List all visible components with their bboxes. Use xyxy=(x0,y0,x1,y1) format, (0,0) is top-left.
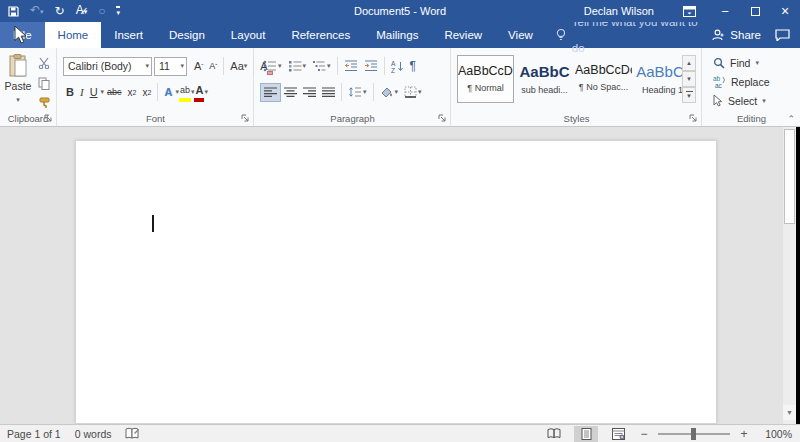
person-icon xyxy=(712,29,725,41)
maximize-button[interactable] xyxy=(740,0,770,22)
underline-button[interactable]: U xyxy=(87,83,101,102)
svg-text:Z: Z xyxy=(391,67,395,73)
tab-view[interactable]: View xyxy=(495,22,546,48)
user-name[interactable]: Declan Wilson xyxy=(584,5,654,17)
style-sub-heading[interactable]: AaBbC sub headi... xyxy=(516,55,573,103)
tab-references[interactable]: References xyxy=(278,22,363,48)
print-layout-icon[interactable] xyxy=(574,426,598,442)
change-case-button[interactable]: Aa▾ xyxy=(227,57,250,76)
customize-qat-icon[interactable]: ▾ xyxy=(116,6,120,16)
document-page[interactable] xyxy=(75,140,717,424)
status-bar: Page 1 of 1 0 words − + 100% xyxy=(0,424,800,442)
multilevel-list-button[interactable]: ▾ xyxy=(309,57,334,76)
cut-icon[interactable] xyxy=(36,56,52,70)
ribbon-display-options-icon[interactable] xyxy=(676,0,702,22)
redo-icon[interactable]: ↻ xyxy=(55,0,65,22)
tab-layout[interactable]: Layout xyxy=(218,22,279,48)
mouse-cursor xyxy=(14,25,28,45)
text-effects-button[interactable]: A xyxy=(161,83,175,102)
highlight-color-button[interactable]: ab xyxy=(179,83,191,102)
sort-button[interactable]: AZ xyxy=(388,57,407,76)
shrink-font-button[interactable]: Aˇ xyxy=(206,57,220,76)
quick-access-toolbar: ↶▾ ↻ A̷▾ ○ ▾ xyxy=(8,0,120,22)
justify-button[interactable] xyxy=(319,83,338,102)
undo-icon[interactable]: ↶▾ xyxy=(30,0,44,23)
circle-icon[interactable]: ○ xyxy=(98,0,105,22)
zoom-slider-handle[interactable] xyxy=(691,428,696,440)
tab-home[interactable]: Home xyxy=(45,22,102,48)
copy-icon[interactable] xyxy=(36,76,52,90)
scrollbar-thumb[interactable] xyxy=(784,129,795,224)
borders-button[interactable]: ▾ xyxy=(401,83,425,102)
zoom-slider[interactable] xyxy=(658,433,730,435)
minimize-button[interactable]: − xyxy=(710,0,740,22)
svg-text:ac: ac xyxy=(715,82,723,88)
page-count[interactable]: Page 1 of 1 xyxy=(7,428,61,440)
font-family-combobox[interactable]: Calibri (Body)▾ xyxy=(63,57,152,76)
replace-icon: abac xyxy=(713,75,726,88)
find-button[interactable]: Find▾ xyxy=(713,54,759,71)
font-size-combobox[interactable]: 11▾ xyxy=(154,57,187,76)
share-button[interactable]: Share xyxy=(712,29,761,41)
document-area[interactable]: ▼ xyxy=(0,127,800,424)
styles-group-label: Styles xyxy=(452,113,701,124)
paragraph-group-label: Paragraph xyxy=(255,113,450,124)
show-hide-pilcrow-button[interactable]: ¶ xyxy=(407,57,419,76)
tab-insert[interactable]: Insert xyxy=(101,22,156,48)
align-right-button[interactable] xyxy=(300,83,319,102)
clipboard-dialog-launcher[interactable] xyxy=(44,114,53,123)
svg-text:A: A xyxy=(391,60,396,67)
increase-indent-button[interactable] xyxy=(361,57,381,76)
style-normal[interactable]: AaBbCcDc ¶ Normal xyxy=(457,55,514,103)
bold-button[interactable]: B xyxy=(63,83,77,102)
comment-icon[interactable] xyxy=(775,29,790,41)
align-center-button[interactable] xyxy=(281,83,300,102)
decrease-indent-button[interactable] xyxy=(341,57,361,76)
superscript-button[interactable]: x2 xyxy=(140,83,155,102)
editing-group-label: Editing xyxy=(703,113,800,124)
italic-button[interactable]: I xyxy=(77,83,87,102)
tab-design[interactable]: Design xyxy=(156,22,218,48)
group-font: Calibri (Body)▾ 11▾ Aˆ Aˇ Aa▾ A B I U▾ a… xyxy=(58,48,254,126)
styles-more-icon[interactable]: ▼ xyxy=(682,87,696,103)
font-dialog-launcher[interactable] xyxy=(241,114,250,123)
font-color-button[interactable]: A xyxy=(194,83,204,102)
proofing-icon[interactable] xyxy=(125,427,140,440)
bullets-button[interactable]: ▾ xyxy=(260,57,285,76)
screen-edge xyxy=(796,127,800,424)
quick-style-icon[interactable]: A̷▾ xyxy=(76,0,88,23)
window-title: Document5 - Word xyxy=(200,0,600,22)
scrollbar-down-icon[interactable]: ▼ xyxy=(783,405,796,420)
tab-review[interactable]: Review xyxy=(431,22,495,48)
word-count[interactable]: 0 words xyxy=(75,428,112,440)
grow-font-button[interactable]: Aˆ xyxy=(191,57,206,76)
style-no-spacing[interactable]: AaBbCcDc ¶ No Spac... xyxy=(575,55,632,103)
align-left-button[interactable] xyxy=(260,83,281,102)
strikethrough-button[interactable]: abc xyxy=(104,83,125,102)
tell-me-box[interactable]: Tell me what you want to do xyxy=(556,22,712,48)
web-layout-icon[interactable] xyxy=(606,426,630,442)
numbering-button[interactable]: ▾ xyxy=(285,57,310,76)
replace-button[interactable]: abac Replace xyxy=(713,73,770,90)
zoom-level[interactable]: 100% xyxy=(758,428,792,440)
zoom-in-button[interactable]: + xyxy=(738,427,750,441)
shading-button[interactable]: ▾ xyxy=(377,83,402,102)
styles-dialog-launcher[interactable] xyxy=(689,114,698,123)
collapse-ribbon-icon[interactable]: ⌃ xyxy=(787,114,795,124)
save-icon[interactable] xyxy=(8,6,19,17)
tab-mailings[interactable]: Mailings xyxy=(363,22,431,48)
select-button[interactable]: Select▾ xyxy=(713,92,766,109)
line-spacing-button[interactable]: ▾ xyxy=(345,83,370,102)
vertical-scrollbar[interactable]: ▼ xyxy=(783,127,796,424)
format-painter-icon[interactable] xyxy=(36,96,52,110)
clipboard-icon xyxy=(9,54,28,78)
paste-button[interactable]: Paste ▾ xyxy=(2,54,34,112)
paragraph-dialog-launcher[interactable] xyxy=(438,114,447,123)
svg-text:ab: ab xyxy=(713,75,721,82)
subscript-button[interactable]: x2 xyxy=(125,83,140,102)
close-button[interactable]: × xyxy=(770,0,800,22)
search-icon xyxy=(713,57,725,69)
read-mode-icon[interactable] xyxy=(542,426,566,442)
styles-scroll-down-icon[interactable]: ▼ xyxy=(682,71,696,87)
zoom-out-button[interactable]: − xyxy=(638,427,650,441)
